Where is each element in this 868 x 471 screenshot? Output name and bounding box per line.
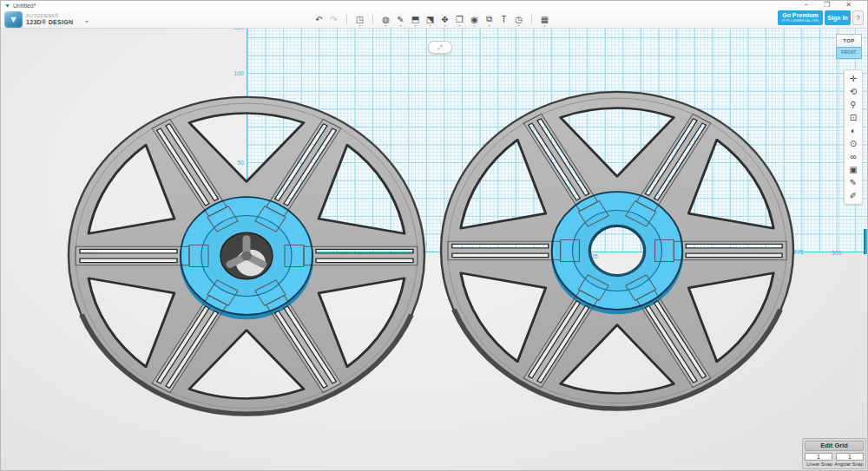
document-title: Untitled* <box>13 3 36 9</box>
pattern-button[interactable]: ✥▾ <box>437 11 452 27</box>
edit-grid-button[interactable]: Edit Grid <box>805 441 864 451</box>
dropdown-caret-icon: ▾ <box>358 24 360 28</box>
show-sketches-button[interactable]: ✎ <box>845 176 861 189</box>
view-icon: ▦ <box>541 15 549 24</box>
orbit-icon: ⟲ <box>850 87 857 96</box>
account-area: Go Premium (FOR COMMERCIAL USE) Sign In … <box>778 10 864 25</box>
primitives-icon: ◍ <box>382 15 390 24</box>
magnifier-icon: ⚲ <box>850 100 856 109</box>
glasses-icon: ∞ <box>850 152 856 161</box>
offscreen-blue-object[interactable] <box>864 229 868 254</box>
construct-button[interactable]: ⬒▾ <box>408 11 423 27</box>
sign-in-button[interactable]: Sign In <box>825 10 851 25</box>
angular-snap-input[interactable] <box>836 453 864 461</box>
combine-button[interactable]: ◉▾ <box>467 11 482 27</box>
modify-icon: ⬔ <box>426 15 434 24</box>
pencil-hide-icon: ✐ <box>850 191 857 200</box>
modify-button[interactable]: ⬔▾ <box>423 11 437 27</box>
go-premium-sublabel: (FOR COMMERCIAL USE) <box>778 19 823 23</box>
screenshot-button[interactable]: ▣ <box>845 163 861 176</box>
view-cube-front-face[interactable]: FRONT <box>836 47 862 59</box>
undo-icon: ↶ <box>315 15 322 24</box>
title-bar: ▼ Untitled* − ❐ ✕ <box>1 1 867 10</box>
construct-icon: ⬒ <box>411 15 419 24</box>
sketch-icon: ✎ <box>397 15 404 24</box>
redo-button[interactable]: ↷ <box>326 11 341 27</box>
go-premium-button[interactable]: Go Premium (FOR COMMERCIAL USE) <box>778 10 823 25</box>
pan-icon: ✛ <box>850 74 857 83</box>
fit-view-icon: ⊡ <box>850 113 857 122</box>
main-toolbar: ↶ ↷ ◳▾ ◍▾ ✎▾ ⬒▾ ⬔▾ ✥▾ ❒▾ ◉▾ ⧉▾ T ◷▾ ▦▾ <box>1 10 867 29</box>
toolbar-separator <box>372 14 373 24</box>
toolbar-separator <box>346 14 347 24</box>
dropdown-caret-icon: ▾ <box>473 24 475 28</box>
dropdown-caret-icon: ▾ <box>385 24 386 28</box>
dropdown-caret-icon: ▾ <box>429 24 431 28</box>
sketch-button[interactable]: ✎▾ <box>393 11 408 27</box>
text-icon: T <box>501 15 506 24</box>
models-layer <box>1 28 868 471</box>
text-button[interactable]: T <box>496 11 511 27</box>
snap-button[interactable]: ⧉▾ <box>482 11 496 27</box>
view-cube-top-face[interactable]: TOP <box>836 34 862 47</box>
grouping-button[interactable]: ❒▾ <box>452 11 467 27</box>
orbit-button[interactable]: ⟲ <box>845 85 861 98</box>
measure-icon: ◷ <box>515 15 523 24</box>
dropdown-caret-icon: ▾ <box>414 24 416 28</box>
wheel-left-keyed-bore <box>220 232 273 279</box>
dropdown-caret-icon: ▾ <box>488 24 490 28</box>
brand-autodesk-label: AUTODESK® <box>26 14 73 19</box>
help-button[interactable]: ? <box>852 10 864 25</box>
app-logo-icon[interactable]: ▼ <box>4 11 23 28</box>
resize-arrow-icon: ⤢ <box>437 44 443 51</box>
dropdown-caret-icon: ▾ <box>444 24 445 28</box>
measure-button[interactable]: ◷▾ <box>511 11 526 27</box>
material-shade-button[interactable]: ◐ <box>845 124 861 137</box>
close-button[interactable]: ✕ <box>845 1 852 10</box>
restore-button[interactable]: ❐ <box>824 1 830 10</box>
combine-icon: ◉ <box>470 15 478 24</box>
undo-button[interactable]: ↶ <box>312 11 326 27</box>
shaded-sphere-icon: ◐ <box>851 126 856 135</box>
toolbar-items: ↶ ↷ ◳▾ ◍▾ ✎▾ ⬒▾ ⬔▾ ✥▾ ❒▾ ◉▾ ⧉▾ T ◷▾ ▦▾ <box>312 10 552 28</box>
wheel-right-model[interactable] <box>441 92 793 409</box>
grid-handle-widget[interactable]: ⤢ <box>428 41 452 54</box>
camera-icon: ▣ <box>849 165 857 174</box>
primitives-button[interactable]: ◍▾ <box>378 11 393 27</box>
view-cube[interactable]: TOP FRONT <box>836 34 862 59</box>
fit-button[interactable]: ⊡ <box>845 111 861 124</box>
redo-icon: ↷ <box>330 15 337 24</box>
viewport-canvas[interactable]: 125 100 50 225 275 300 <box>1 28 868 471</box>
visibility-button[interactable]: ⊙ <box>845 137 861 150</box>
view-button[interactable]: ▦▾ <box>537 11 552 27</box>
angular-snap-label: Angular Snap <box>834 461 864 467</box>
dropdown-caret-icon: ▾ <box>399 24 401 28</box>
brand-text: AUTODESK® 123D® DESIGN <box>26 14 73 26</box>
wheel-left-model[interactable] <box>69 97 424 415</box>
minimize-button[interactable]: − <box>804 1 808 10</box>
transform-button[interactable]: ◳▾ <box>352 11 367 27</box>
dropdown-caret-icon: ▾ <box>458 24 460 28</box>
grouping-icon: ❒ <box>456 15 464 24</box>
edit-grid-panel: Edit Grid Linear Snap Angular Snap <box>802 438 866 469</box>
go-premium-label: Go Premium <box>778 11 823 19</box>
zoom-button[interactable]: ⚲ <box>845 98 861 111</box>
eye-icon: ⊙ <box>850 139 857 148</box>
linear-snap-input[interactable] <box>805 453 832 461</box>
app-brand: ▼ AUTODESK® 123D® DESIGN ⌄ <box>4 11 90 28</box>
app-logo-small-icon: ▼ <box>4 3 10 9</box>
app-window: ▼ Untitled* − ❐ ✕ ↶ ↷ ◳▾ ◍▾ ✎▾ ⬒▾ ⬔▾ ✥▾ … <box>0 0 868 471</box>
linear-snap-label: Linear Snap <box>805 461 834 467</box>
snap-inputs-row <box>805 453 864 461</box>
toolbar-separator <box>531 14 532 24</box>
glasses-button[interactable]: ∞ <box>845 150 861 163</box>
window-controls: − ❐ ✕ <box>804 1 852 10</box>
brand-product-label: 123D® DESIGN <box>26 19 73 25</box>
pan-button[interactable]: ✛ <box>845 72 861 85</box>
pencil-show-icon: ✎ <box>850 178 857 187</box>
dropdown-caret-icon: ▾ <box>543 24 545 28</box>
pattern-icon: ✥ <box>441 15 448 24</box>
main-menu-chevron-icon[interactable]: ⌄ <box>83 16 90 24</box>
hide-sketches-button[interactable]: ✐ <box>845 189 861 202</box>
snap-labels-row: Linear Snap Angular Snap <box>805 461 864 467</box>
